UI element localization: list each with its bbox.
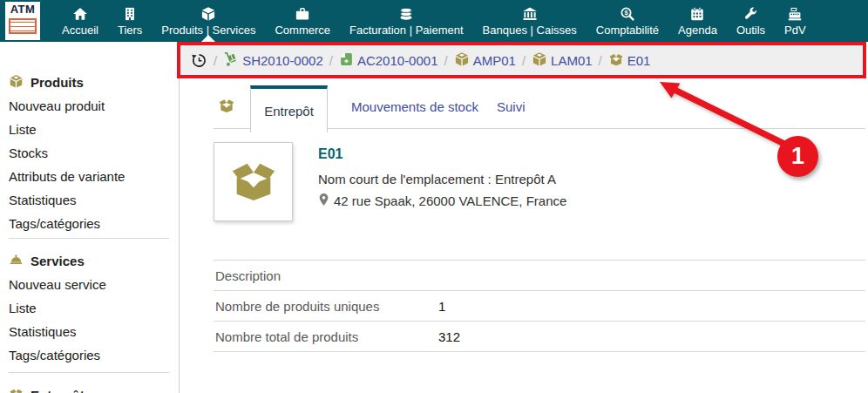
cube-icon (200, 6, 216, 22)
bank-icon (522, 6, 538, 22)
breadcrumb-link[interactable]: E01 (627, 53, 651, 68)
nav-label: Facturation | Paiement (349, 24, 464, 37)
sidebar-item-liste-services[interactable]: Liste (9, 296, 179, 320)
breadcrumb-separator: / (214, 53, 217, 68)
building-icon (122, 6, 138, 22)
table-row: Nombre de produits uniques 1 (214, 291, 865, 322)
annotation-number: 1 (791, 143, 804, 170)
breadcrumb-item-warehouse-e01[interactable]: E01 (608, 51, 651, 70)
nav-label: PdV (784, 24, 806, 37)
open-box-icon (218, 97, 235, 118)
tab-entrepot[interactable]: Entrepôt (250, 85, 328, 132)
cube-icon (9, 74, 24, 91)
row-label: Description (214, 268, 438, 283)
open-box-icon (9, 387, 24, 393)
briefcase-icon (295, 6, 310, 22)
breadcrumb-separator: / (444, 53, 448, 68)
table-row: Nombre total de produits 312 (214, 322, 865, 352)
logo-stamp (9, 18, 37, 34)
history-icon[interactable] (191, 52, 207, 69)
cube-icon (532, 51, 547, 70)
table-row: Description (214, 261, 865, 291)
sidebar-section-entrepots[interactable]: Entrepôts (9, 383, 179, 393)
sidebar-divider (9, 238, 169, 239)
breadcrumb-separator: / (522, 53, 526, 68)
nav-item-facturation-paiement[interactable]: Facturation | Paiement (340, 0, 473, 42)
cube-icon (454, 51, 470, 70)
tab-mouvements-de-stock[interactable]: Mouvements de stock (351, 85, 478, 128)
row-value: 312 (438, 329, 460, 344)
nav-label: Comptabilité (596, 24, 659, 37)
sidebar-section-title: Entrepôts (31, 388, 92, 393)
nav-label: Tiers (118, 24, 142, 37)
nav-item-agenda[interactable]: Agenda (668, 0, 727, 42)
wrench-icon (743, 6, 758, 22)
svg-text:$: $ (624, 9, 628, 17)
nav-item-commerce[interactable]: Commerce (265, 0, 340, 42)
sidebar-item-liste-produits[interactable]: Liste (9, 118, 179, 141)
nav-item-comptabilite[interactable]: $ Comptabilité (587, 0, 668, 42)
nav-item-outils[interactable]: Outils (727, 0, 775, 42)
breadcrumb-item-shipment[interactable]: SH2010-0002 (223, 51, 323, 70)
top-navbar: ATM Accueil Tiers Produits | Services Co… (0, 0, 868, 42)
sidebar-section-title: Services (31, 254, 85, 268)
cash-register-icon (787, 6, 803, 22)
nav-label: Commerce (275, 24, 330, 37)
breadcrumb-item-product-amp01[interactable]: AMP01 (454, 51, 516, 70)
details-table: Description Nombre de produits uniques 1… (214, 260, 865, 352)
breadcrumb-link[interactable]: LAM01 (551, 53, 593, 68)
bell-icon (9, 253, 24, 270)
nav-item-accueil[interactable]: Accueil (52, 0, 108, 42)
nav-label: Banques | Caisses (483, 24, 577, 37)
active-menu-caret (201, 35, 215, 42)
logo-text: ATM (10, 3, 36, 16)
coins-icon (398, 6, 414, 22)
breadcrumb: / SH2010-0002 / AC2010-0001 / AMP01 / LA… (177, 42, 866, 78)
breadcrumb-separator: / (599, 53, 602, 68)
app-logo[interactable]: ATM (5, 2, 40, 40)
breadcrumb-link[interactable]: SH2010-0002 (242, 53, 323, 68)
home-icon (72, 6, 88, 22)
breadcrumb-item-product-lam01[interactable]: LAM01 (532, 51, 593, 70)
left-sidebar: Produits Nouveau produit Liste Stocks At… (0, 42, 180, 393)
file-plus-icon (339, 51, 354, 70)
nav-label: Outils (736, 24, 765, 37)
row-label: Nombre total de produits (214, 329, 438, 344)
warehouse-photo (214, 142, 293, 221)
nav-label: Accueil (62, 24, 98, 37)
sidebar-item-nouveau-produit[interactable]: Nouveau produit (9, 94, 179, 118)
sidebar-section-services[interactable]: Services (9, 249, 179, 273)
nav-item-tiers[interactable]: Tiers (108, 0, 152, 42)
nav-label: Agenda (678, 24, 717, 37)
open-box-icon (228, 155, 279, 209)
sidebar-item-stocks[interactable]: Stocks (9, 141, 179, 165)
open-box-icon (608, 51, 624, 70)
sidebar-item-nouveau-service[interactable]: Nouveau service (9, 273, 179, 296)
nav-item-banques-caisses[interactable]: Banques | Caisses (473, 0, 587, 42)
row-label: Nombre de produits uniques (214, 299, 438, 314)
sidebar-section-produits[interactable]: Produits (9, 71, 179, 94)
sidebar-item-tags-categories-services[interactable]: Tags/catégories (9, 343, 179, 367)
dolly-icon (223, 51, 239, 70)
breadcrumb-link[interactable]: AC2010-0001 (357, 53, 438, 68)
sidebar-item-tags-categories-produits[interactable]: Tags/catégories (9, 212, 179, 235)
warehouse-address-row: 42 rue Spaak, 26000 VALENCE, France (318, 193, 566, 209)
sidebar-section-title: Produits (31, 75, 84, 90)
row-value: 1 (438, 299, 445, 314)
breadcrumb-link[interactable]: AMP01 (473, 53, 516, 68)
tab-suivi[interactable]: Suivi (497, 85, 526, 128)
sidebar-divider (9, 372, 169, 373)
breadcrumb-separator: / (329, 53, 333, 68)
sidebar-item-statistiques-services[interactable]: Statistiques (9, 320, 179, 343)
sidebar-item-attributs-variante[interactable]: Attributs de variante (9, 165, 179, 188)
nav-item-pdv[interactable]: PdV (775, 0, 816, 42)
calendar-icon (689, 6, 705, 22)
warehouse-code[interactable]: E01 (318, 146, 342, 162)
warehouse-short-name: Nom court de l'emplacement : Entrepôt A (318, 172, 556, 186)
nav-item-produits-services[interactable]: Produits | Services (152, 0, 265, 42)
breadcrumb-item-supplier-order[interactable]: AC2010-0001 (339, 51, 438, 70)
search-dollar-icon: $ (620, 6, 635, 22)
sidebar-item-statistiques-produits[interactable]: Statistiques (9, 188, 179, 212)
warehouse-address: 42 rue Spaak, 26000 VALENCE, France (334, 193, 566, 208)
annotation-circle-1: 1 (777, 136, 818, 177)
